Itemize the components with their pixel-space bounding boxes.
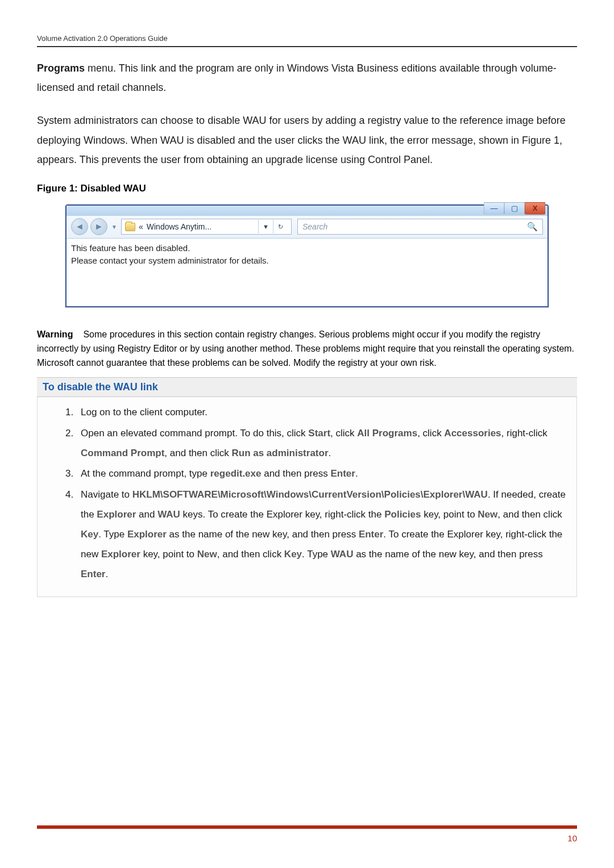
kw-accessories: Accessories [444,428,501,439]
page-footer: 10 [37,825,577,843]
folder-icon [125,223,135,231]
kw-explorer-1: Explorer [97,509,136,520]
back-button[interactable]: ◄ [71,218,88,235]
step4-text-g: . Type [98,529,127,540]
search-icon: 🔍 [527,222,538,232]
step3-text-a: At the command prompt, type [81,468,210,479]
warning-label: Warning [37,329,73,339]
procedure-title-row: To disable the WAU link [37,378,577,397]
search-placeholder: Search [302,222,327,231]
kw-regedit: regedit.exe [210,468,262,479]
kw-explorer-3: Explorer [101,549,140,560]
forward-button[interactable]: ► [90,218,107,235]
kw-all-programs: All Programs [357,428,417,439]
warning-paragraph: WarningSome procedures in this section c… [37,328,577,370]
step-1: Log on to the client computer. [76,403,570,423]
nav-history-dropdown[interactable]: ▼ [110,218,119,235]
step4-text-n: . [105,569,108,579]
step4-text-m: as the name of the new key, and then pre… [353,549,542,560]
breadcrumb-prefix: « [139,222,143,231]
minimize-button[interactable]: — [484,202,504,215]
window-content: This feature has been disabled. Please c… [67,239,547,307]
kw-reg-path: HKLM\SOFTWARE\Microsoft\Windows\CurrentV… [132,489,488,500]
close-button[interactable]: X [525,202,545,215]
step2-text-d: , right-click [501,428,547,439]
step4-text-e: key, point to [421,509,478,520]
kw-new-2: New [197,549,217,560]
step2-text-c: , click [417,428,444,439]
kw-key-1: Key [81,529,98,540]
kw-wau-1: WAU [157,509,180,520]
step4-text-d: keys. To create the Explorer key, right-… [180,509,384,520]
maximize-button[interactable]: ▢ [504,202,525,215]
breadcrumb-dropdown-icon[interactable]: ▼ [258,220,273,233]
step4-text-l: . Type [302,549,331,560]
page-header: Volume Activation 2.0 Operations Guide [37,34,577,47]
step-4: Navigate to HKLM\SOFTWARE\Microsoft\Wind… [76,485,570,584]
kw-explorer-2: Explorer [127,529,167,540]
intro-para-2: System administrators can choose to disa… [37,111,577,169]
disabled-message-line2: Please contact your system administrator… [71,254,543,267]
kw-key-2: Key [284,549,302,560]
nav-toolbar: ◄ ► ▼ « Windows Anytim... ▼ ↻ Search 🔍 [67,216,547,239]
procedure-steps: Log on to the client computer. Open an e… [76,403,570,585]
step2-text-b: , click [330,428,357,439]
step4-text-c: and [136,509,157,520]
step4-text-f: , and then click [497,509,562,520]
kw-enter: Enter [330,468,355,479]
kw-new-1: New [478,509,497,520]
procedure-box: To disable the WAU link Log on to the cl… [37,377,577,598]
step3-text-c: . [355,468,358,479]
procedure-title: To disable the WAU link [43,381,158,393]
kw-enter-1: Enter [359,529,383,540]
step-2: Open an elevated command prompt. To do t… [76,424,570,464]
page-number: 10 [567,833,577,843]
step3-text-b: and then press [261,468,330,479]
step4-text-a: Navigate to [81,489,132,500]
search-input[interactable]: Search 🔍 [297,219,543,235]
kw-enter-2: Enter [81,569,105,579]
step2-text-a: Open an elevated command prompt. To do t… [81,428,308,439]
step2-text-e: , and then click [164,448,231,458]
intro-para-1: Programs menu. This link and the program… [37,59,577,97]
breadcrumb-text: Windows Anytim... [147,222,211,231]
figure-caption: Figure 1: Disabled WAU [37,183,577,194]
refresh-icon[interactable]: ↻ [273,220,288,233]
step4-text-k: , and then click [217,549,284,560]
figure-screenshot: — ▢ X ◄ ► ▼ « Windows Anytim... ▼ ↻ Sear… [65,205,549,308]
kw-command-prompt: Command Prompt [81,448,164,458]
step2-text-f: . [329,448,331,458]
window-frame: — ▢ X ◄ ► ▼ « Windows Anytim... ▼ ↻ Sear… [65,205,549,308]
kw-policies: Policies [384,509,421,520]
breadcrumb-right-controls: ▼ ↻ [258,220,288,233]
breadcrumb-address[interactable]: « Windows Anytim... ▼ ↻ [121,219,292,235]
disabled-message-line1: This feature has been disabled. [71,242,543,254]
kw-wau-2: WAU [331,549,354,560]
warning-text: Some procedures in this section contain … [37,329,574,368]
procedure-body: Log on to the client computer. Open an e… [37,397,577,598]
kw-start: Start [308,428,330,439]
step4-text-j: key, point to [140,549,197,560]
step-3: At the command prompt, type regedit.exe … [76,464,570,484]
kw-run-as-admin: Run as administrator [231,448,328,458]
programs-keyword: Programs [37,62,85,74]
intro-text-1: menu. This link and the program are only… [37,62,557,93]
step4-text-h: as the name of the new key, and then pre… [167,529,359,540]
window-titlebar: — ▢ X [67,206,547,216]
window-controls: — ▢ X [484,202,545,215]
